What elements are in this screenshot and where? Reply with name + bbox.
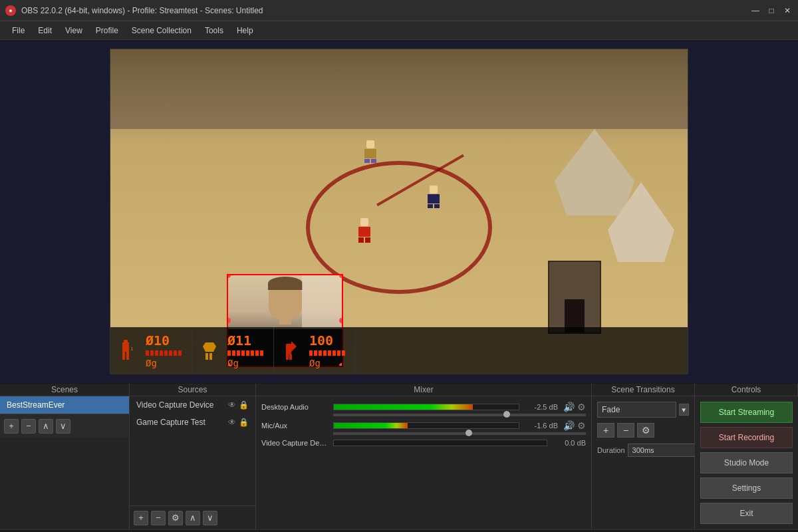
sources-panel-header[interactable]: Sources [130, 384, 256, 396]
transition-buttons: + − ⚙ [597, 423, 689, 438]
svg-marker-9 [291, 341, 297, 352]
desktop-audio-controls: 🔊 ⚙ [563, 402, 586, 412]
menu-profile[interactable]: Profile [89, 23, 125, 38]
svg-rect-8 [286, 344, 291, 354]
resize-handle-mr[interactable] [339, 318, 343, 323]
menu-file[interactable]: File [5, 23, 31, 38]
desktop-volume-knob[interactable] [503, 411, 510, 418]
sources-panel: Video Capture Device 👁 🔒 Game Capture Te… [130, 396, 256, 529]
svg-marker-5 [203, 342, 216, 352]
transition-type-select[interactable]: Fade Cut Swipe Slide [597, 402, 676, 418]
source-item-video-capture[interactable]: Video Capture Device 👁 🔒 [130, 396, 255, 414]
start-streaming-button[interactable]: Start Streaming [700, 402, 793, 423]
char-center-top [364, 140, 376, 162]
svg-rect-6 [205, 353, 208, 360]
mic-volume-knob[interactable] [466, 430, 472, 436]
char-right [428, 186, 440, 207]
menu-tools[interactable]: Tools [198, 23, 230, 38]
preview-canvas[interactable]: 1 Ø10 [110, 49, 688, 374]
mixer-desktop-audio: Desktop Audio -2.5 dB 🔊 ⚙ [261, 402, 586, 412]
transitions-panel-header[interactable]: Scene Transitions [592, 384, 695, 396]
preview-bottom-bar: 1 Ø10 [110, 327, 688, 374]
mic-settings-button[interactable]: ⚙ [577, 420, 586, 431]
source-0-icons: 👁 🔒 [228, 400, 249, 410]
move-scene-up-button[interactable]: ∧ [39, 419, 53, 434]
menu-help[interactable]: Help [230, 23, 260, 38]
mute-mic-button[interactable]: 🔊 [563, 420, 575, 431]
transition-expand-icon: ▼ [679, 404, 689, 416]
mixer-mic-aux: Mic/Aux -1.6 dB 🔊 ⚙ [261, 420, 586, 431]
svg-rect-11 [289, 354, 292, 360]
app-icon: ● [5, 5, 16, 16]
scenes-toolbar: + − ∧ ∨ [0, 414, 129, 438]
mixer-panel: Desktop Audio -2.5 dB 🔊 ⚙ Mic/Aux [256, 396, 592, 529]
mic-aux-fill [334, 423, 408, 428]
transition-settings-button[interactable]: ⚙ [637, 423, 654, 438]
svg-rect-10 [286, 354, 289, 360]
start-recording-button[interactable]: Start Recording [700, 427, 793, 448]
lock-icon-1[interactable]: 🔒 [239, 418, 249, 427]
bottom-panel: Scenes Sources Mixer Scene Transitions C… [0, 383, 798, 529]
window-controls[interactable]: — □ ✕ [750, 5, 793, 16]
scene-item-best-stream-ever[interactable]: BestStreamEver [0, 396, 129, 414]
exit-button[interactable]: Exit [700, 503, 793, 524]
mixer-desktop-volume [261, 414, 586, 416]
mic-aux-level [333, 422, 519, 429]
add-transition-button[interactable]: + [597, 423, 614, 438]
panel-headers: Scenes Sources Mixer Scene Transitions C… [0, 383, 798, 396]
controls-panel: Start Streaming Start Recording Studio M… [695, 396, 798, 529]
visibility-icon-0[interactable]: 👁 [228, 400, 236, 410]
settings-button[interactable]: Settings [700, 477, 793, 499]
scenes-list: BestStreamEver [0, 396, 129, 414]
char-center [358, 218, 370, 241]
bar-row-3 [309, 350, 345, 356]
mixer-panel-header[interactable]: Mixer [256, 384, 592, 396]
scenes-panel-header[interactable]: Scenes [0, 384, 130, 396]
controls-panel-header[interactable]: Controls [695, 384, 798, 396]
source-item-game-capture[interactable]: Game Capture Test 👁 🔒 [130, 414, 255, 431]
move-scene-down-button[interactable]: ∨ [56, 419, 70, 434]
studio-mode-button[interactable]: Studio Mode [700, 452, 793, 473]
close-button[interactable]: ✕ [782, 5, 793, 16]
svg-rect-2 [122, 352, 125, 360]
sources-toolbar: + − ⚙ ∧ ∨ [130, 505, 255, 529]
menu-scene-collection[interactable]: Scene Collection [125, 23, 198, 38]
duration-row: Duration ▲ ▼ [597, 443, 689, 458]
menu-view[interactable]: View [59, 23, 89, 38]
channel2-bars: Ø11 Øg [227, 332, 263, 368]
move-source-up-button[interactable]: ∧ [186, 511, 200, 525]
game-scene: 1 Ø10 [110, 49, 688, 374]
channel1-icon: 1 [120, 337, 140, 364]
add-scene-button[interactable]: + [4, 419, 19, 434]
visibility-icon-1[interactable]: 👁 [228, 418, 236, 427]
mic-volume-slider[interactable] [333, 432, 586, 435]
channel-3: 100 Øg [274, 327, 356, 374]
remove-source-button[interactable]: − [151, 511, 166, 525]
menu-edit[interactable]: Edit [31, 23, 59, 38]
transition-row: Fade Cut Swipe Slide ▼ [597, 402, 689, 418]
menubar: File Edit View Profile Scene Collection … [0, 21, 798, 40]
svg-rect-7 [209, 353, 212, 360]
bar-row-2 [227, 350, 263, 356]
svg-rect-1 [124, 340, 128, 344]
svg-rect-0 [122, 342, 129, 352]
channel3-icon [284, 337, 304, 364]
minimize-button[interactable]: — [750, 5, 761, 16]
remove-scene-button[interactable]: − [21, 419, 36, 434]
desktop-volume-slider[interactable] [333, 414, 586, 416]
move-source-down-button[interactable]: ∨ [203, 511, 217, 525]
lock-icon-0[interactable]: 🔒 [239, 400, 249, 410]
statusbar: LIVE: 00:00:00 REC: 00:00:00 CPU: 0.5%, … [0, 529, 798, 532]
channel1-bars: Ø10 Øg [146, 332, 182, 368]
source-settings-button[interactable]: ⚙ [168, 511, 183, 525]
maximize-button[interactable]: □ [766, 5, 777, 16]
channel-1: 1 Ø10 [110, 327, 192, 374]
mixer-mic-volume [261, 432, 586, 435]
mixer-video-capture: Video Capture Device 0.0 dB [261, 439, 586, 447]
desktop-settings-button[interactable]: ⚙ [577, 402, 586, 412]
window-title: OBS 22.0.2 (64-bit, windows) - Profile: … [21, 6, 750, 15]
resize-handle-tr[interactable] [339, 274, 343, 278]
mute-desktop-button[interactable]: 🔊 [563, 402, 575, 412]
add-source-button[interactable]: + [134, 511, 148, 525]
remove-transition-button[interactable]: − [617, 423, 634, 438]
